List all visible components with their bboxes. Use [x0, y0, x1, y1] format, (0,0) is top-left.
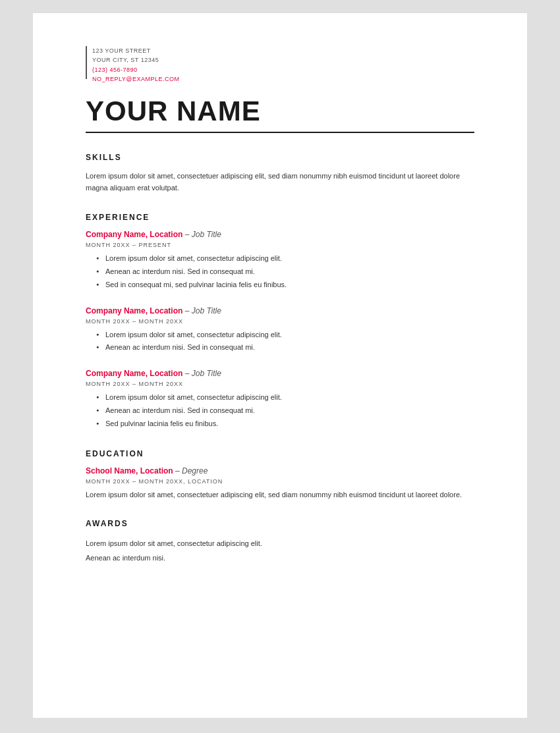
bullet-1-2: Aenean ac interdum nisi. Sed in consequa… [96, 265, 474, 279]
bullets-1: Lorem ipsum dolor sit amet, consectetur … [86, 252, 474, 291]
company-name-2: Company Name, Location [86, 306, 182, 315]
phone-line: (123) 456-7890 [92, 65, 180, 74]
separator-3: – [182, 369, 191, 378]
dates-3: MONTH 20XX – MONTH 20XX [86, 381, 474, 387]
school-name-1: School Name, Location [86, 466, 173, 475]
bullet-1-1: Lorem ipsum dolor sit amet, consectetur … [96, 252, 474, 265]
name-divider [86, 132, 474, 133]
bullets-3: Lorem ipsum dolor sit amet, consectetur … [86, 391, 474, 430]
degree-1: Degree [182, 466, 208, 475]
edu-dates-1: MONTH 20XX – MONTH 20XX, LOCATION [86, 478, 474, 485]
email-line: NO_REPLY@EXAMPLE.COM [92, 74, 180, 84]
bullet-2-1: Lorem ipsum dolor sit amet, consectetur … [96, 329, 474, 342]
job-title-1: Job Title [192, 230, 221, 239]
education-entry-1: School Name, Location – Degree MONTH 20X… [86, 466, 474, 501]
awards-title: AWARDS [86, 519, 474, 528]
company-line-3: Company Name, Location – Job Title [86, 369, 474, 378]
bullet-3-1: Lorem ipsum dolor sit amet, consectetur … [96, 391, 474, 404]
dates-1: MONTH 20XX – PRESENT [86, 242, 474, 248]
resume-page: 123 YOUR STREET YOUR CITY, ST 12345 (123… [33, 13, 527, 718]
bullets-2: Lorem ipsum dolor sit amet, consectetur … [86, 329, 474, 355]
experience-entry-3: Company Name, Location – Job Title MONTH… [86, 369, 474, 430]
separator-2: – [182, 306, 191, 315]
awards-line-2: Aenean ac interdum nisi. [86, 551, 474, 565]
dates-2: MONTH 20XX – MONTH 20XX [86, 318, 474, 325]
awards-line-1: Lorem ipsum dolor sit amet, consectetur … [86, 536, 474, 551]
city-line: YOUR CITY, ST 12345 [92, 55, 180, 65]
street-line: 123 YOUR STREET [92, 46, 180, 55]
address-block: 123 YOUR STREET YOUR CITY, ST 12345 (123… [86, 46, 474, 84]
edu-separator-1: – [173, 466, 182, 475]
awards-section: AWARDS Lorem ipsum dolor sit amet, conse… [86, 519, 474, 565]
experience-title: EXPERIENCE [86, 213, 474, 222]
edu-body-1: Lorem ipsum dolor sit amet, consectetuer… [86, 489, 474, 501]
bullet-1-3: Sed in consequat mi, sed pulvinar lacini… [96, 279, 474, 292]
company-name-1: Company Name, Location [86, 230, 182, 239]
company-line-2: Company Name, Location – Job Title [86, 306, 474, 315]
company-line-1: Company Name, Location – Job Title [86, 230, 474, 239]
company-name-3: Company Name, Location [86, 369, 182, 378]
address-bar [86, 46, 87, 79]
school-line-1: School Name, Location – Degree [86, 466, 474, 475]
skills-title: SKILLS [86, 153, 474, 162]
address-text-block: 123 YOUR STREET YOUR CITY, ST 12345 (123… [92, 46, 180, 84]
your-name: YOUR NAME [86, 96, 474, 126]
job-title-3: Job Title [192, 369, 221, 378]
skills-section: SKILLS Lorem ipsum dolor sit amet, conse… [86, 153, 474, 194]
name-section: YOUR NAME [86, 96, 474, 133]
job-title-2: Job Title [192, 306, 221, 315]
experience-section: EXPERIENCE Company Name, Location – Job … [86, 213, 474, 430]
skills-body: Lorem ipsum dolor sit amet, consectetuer… [86, 170, 474, 194]
experience-entry-1: Company Name, Location – Job Title MONTH… [86, 230, 474, 291]
education-section: EDUCATION School Name, Location – Degree… [86, 449, 474, 501]
experience-entry-2: Company Name, Location – Job Title MONTH… [86, 306, 474, 355]
separator-1: – [182, 230, 191, 239]
bullet-2-2: Aenean ac interdum nisi. Sed in consequa… [96, 341, 474, 354]
bullet-3-2: Aenean ac interdum nisi. Sed in consequa… [96, 404, 474, 418]
bullet-3-3: Sed pulvinar lacinia felis eu finibus. [96, 418, 474, 431]
education-title: EDUCATION [86, 449, 474, 458]
